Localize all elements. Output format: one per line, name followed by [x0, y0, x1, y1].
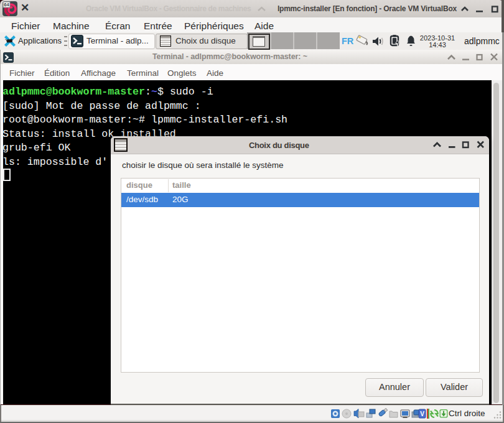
svg-text:64: 64	[4, 2, 9, 7]
svg-text:V: V	[420, 411, 424, 417]
